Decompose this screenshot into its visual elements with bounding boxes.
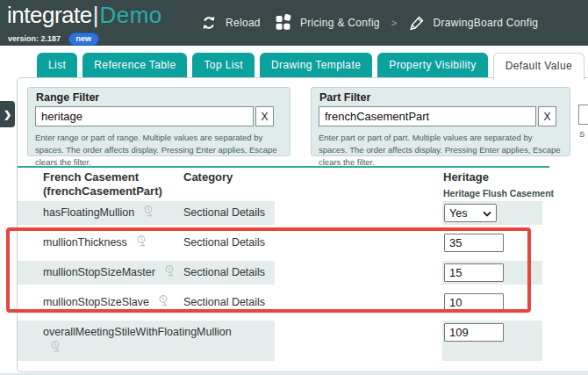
tab-strip: ListReference TableTop ListDrawing Templ… [37,53,588,77]
reload-label: Reload [226,17,261,29]
pencil-icon [409,14,426,31]
logo-pipe: | [93,2,99,28]
value-input-mullionThickness[interactable] [444,234,504,252]
clock-history-icon [163,263,176,286]
category-label: Sectional Details [183,291,265,314]
range-filter-label: Range Filter [36,91,99,104]
app-logo: integrate|Demo [7,2,162,32]
version-row: version: 2.187 new [8,29,99,46]
logo-demo: Demo [99,2,161,28]
app-header: integrate|Demo version: 2.187 new Reload [0,0,588,46]
clock-history-icon [135,233,148,256]
property-label: mullionThickness [43,231,148,256]
breadcrumb: Pricing & Config > DrawingBoard Config [274,13,538,32]
new-badge: new [68,32,100,46]
column-header-property-line1: French Casement [43,170,162,184]
range-filter-panel: Range Filter X Enter range or part of ra… [27,87,290,156]
category-label: Sectional Details [183,231,265,255]
breadcrumb-section[interactable]: Pricing & Config [300,17,380,29]
apps-grid-icon[interactable] [274,13,292,32]
version-label: version: 2.187 [8,34,61,43]
clock-history-icon [142,203,155,227]
tab-property-visibility[interactable]: Property Visibility [377,53,487,77]
next-filter-input[interactable] [578,105,588,125]
part-filter-clear-button[interactable]: X [538,106,556,126]
property-label: overallMeetingStileWithFloatingMullion [43,325,232,339]
column-header-property: French Casement (frenchCasementPart) [43,170,162,198]
table-row: mullionStopSizeSlaveSectional Details [18,291,588,314]
reload-icon [200,14,218,32]
table-row: mullionThicknessSectional Details [18,231,588,255]
range-filter-clear-button[interactable]: X [255,106,274,126]
category-label: Sectional Details [183,201,265,225]
category-label: Sectional Details [183,261,265,285]
tab-top-list[interactable]: Top List [192,53,255,77]
logo-integrate: integrate [7,2,92,28]
column-header-property-line2: (frenchCasementPart) [43,184,162,198]
part-filter-help: Enter part or part of part. Multiple val… [319,132,563,168]
table-top-divider [18,166,549,168]
value-input-mullionStopSizeSlave[interactable] [444,293,504,312]
tab-drawing-template[interactable]: Drawing Template [260,53,372,77]
table-row: hasFloatingMullionSectional DetailsYes [18,201,588,225]
clock-history-icon [49,340,62,357]
table-row: mullionStopSizeMasterSectional Details [18,261,588,285]
app-screen: integrate|Demo version: 2.187 new Reload [0,0,588,375]
breadcrumb-page: DrawingBoard Config [434,17,539,29]
select-value: Yes [449,207,467,220]
breadcrumb-separator: > [391,18,398,28]
value-input-overallMeetingStileWithFloatingMullion[interactable] [444,323,504,342]
tab-reference-table[interactable]: Reference Table [82,53,187,77]
column-header-value-line2: Heritage Flush Casement [443,186,554,200]
column-header-value: Heritage Heritage Flush Casement [443,170,554,200]
part-filter-panel: Part Filter X Enter part or part of part… [311,87,570,156]
tab-list[interactable]: List [37,53,77,77]
property-label: hasFloatingMullion [43,201,155,227]
tab-default-value[interactable]: Default Value [493,53,584,80]
sidebar-expand-toggle[interactable]: ❯ [0,101,15,127]
range-filter-help: Enter range or part of range. Multiple v… [35,132,283,168]
property-label: mullionStopSizeSlave [43,291,170,316]
range-filter-input[interactable] [35,106,254,126]
chevron-down-icon [483,207,491,220]
property-label: mullionStopSizeMaster [43,261,176,286]
column-header-category: Category [183,170,233,184]
reload-button[interactable]: Reload [200,14,261,32]
next-filter-help-fragment: S [579,129,584,139]
clock-history-icon [157,292,170,316]
column-header-value-line1: Heritage [443,170,554,184]
value-input-mullionStopSizeMaster[interactable] [444,263,504,282]
table-row: overallMeetingStileWithFloatingMullion [18,321,588,361]
part-filter-input[interactable] [319,106,536,126]
content-card: Range Filter X Enter range or part of ra… [17,77,588,372]
value-select-hasFloatingMullion[interactable]: Yes [444,204,497,222]
part-filter-label: Part Filter [319,91,370,104]
chevron-right-icon: ❯ [4,109,11,120]
